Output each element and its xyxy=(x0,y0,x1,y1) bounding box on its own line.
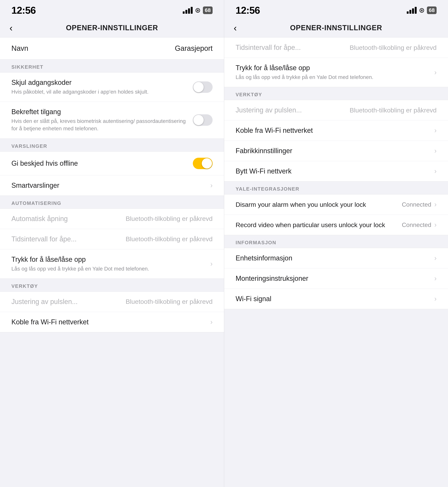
list-item-koble-fra-r[interactable]: Koble fra Wi-Fi nettverket › xyxy=(224,121,448,141)
list-item-gi-beskjed[interactable]: Gi beskjed hvis offline xyxy=(0,152,224,175)
section-header-auto: AUTOMATISERING xyxy=(0,196,224,209)
status-icons-right: ⊛ 68 xyxy=(407,6,437,14)
item-subtitle-skjul: Hvis påkoblet, vil alle adgangskoder i a… xyxy=(11,88,193,96)
item-title-fabrikk: Fabrikkinnstillinger xyxy=(236,147,434,155)
item-subtitle-trykk-l: Lås og lås opp ved å trykke på en Yale D… xyxy=(11,265,210,272)
name-label: Navn xyxy=(11,44,28,52)
list-item-montering[interactable]: Monteringsinstruksjoner › xyxy=(224,268,448,289)
chevron-smartvarslinger: › xyxy=(210,181,213,189)
list-item-fabrikk[interactable]: Fabrikkinnstillinger › xyxy=(224,141,448,161)
list-item-trykk-top[interactable]: Trykk for å låse/låse opp Lås og lås opp… xyxy=(224,58,448,87)
list-item-wifi-signal[interactable]: Wi-Fi signal › xyxy=(224,289,448,309)
time-left: 12:56 xyxy=(11,5,36,16)
section-header-info: INFORMASJON xyxy=(224,235,448,248)
chevron-bytt-wifi: › xyxy=(434,167,437,175)
item-title-auto-apning: Automatisk åpning xyxy=(11,215,126,223)
item-subtitle-bekreftet: Hvis den er slått på, kreves biometrisk … xyxy=(11,117,193,132)
item-title-koble-r: Koble fra Wi-Fi nettverket xyxy=(236,127,434,135)
back-button-right[interactable]: ‹ xyxy=(234,23,237,33)
scroll-content-left[interactable]: Navn Garasjeport SIKKERHET Skjul adgangs… xyxy=(0,37,224,487)
automatisering-group: Automatisk åpning Bluetooth-tilkobling e… xyxy=(0,209,224,279)
section-header-varslinger: VARSLINGER xyxy=(0,139,224,151)
section-header-verktoy-r: VERKTØY xyxy=(224,87,448,100)
connected-badge-record: Connected xyxy=(402,221,431,228)
list-item-justering-r: Justering av pulslen... Bluetooth-tilkob… xyxy=(224,100,448,121)
item-value-justering-r: Bluetooth-tilkobling er påkrevd xyxy=(350,106,437,114)
item-value-tidsintervall-top: Bluetooth-tilkobling er påkrevd xyxy=(350,44,437,51)
chevron-koble-r: › xyxy=(434,127,437,135)
list-item-enhet[interactable]: Enhetsinformasjon › xyxy=(224,248,448,268)
battery-right: 68 xyxy=(427,7,437,14)
left-panel: 12:56 ⊛ 68 ‹ OPENER-INNSTILLINGER Navn G… xyxy=(0,0,224,487)
item-title-wifi-signal: Wi-Fi signal xyxy=(236,295,434,303)
item-title-tidsintervall-l: Tidsintervall for åpe... xyxy=(11,235,126,243)
item-title-smartvarslinger: Smartvarslinger xyxy=(11,181,210,189)
chevron-disarm: › xyxy=(434,201,437,209)
verktoy-group-r: Justering av pulslen... Bluetooth-tilkob… xyxy=(224,100,448,181)
item-title-koble-l: Koble fra Wi-Fi nettverket xyxy=(11,318,210,326)
wifi-icon-left: ⊛ xyxy=(195,6,201,14)
chevron-koble-l: › xyxy=(210,318,213,326)
varslinger-group: Gi beskjed hvis offline Smartvarslinger … xyxy=(0,151,224,196)
item-title-enhet: Enhetsinformasjon xyxy=(236,254,434,262)
status-icons-left: ⊛ 68 xyxy=(183,6,213,14)
chevron-montering: › xyxy=(434,275,437,283)
section-header-yale: YALE-INTEGRASJONER xyxy=(224,181,448,194)
item-title-justering-r: Justering av pulslen... xyxy=(236,106,350,114)
item-title-trykk-top: Trykk for å låse/låse opp xyxy=(236,64,434,72)
section-header-verktoy-l: VERKTØY xyxy=(0,279,224,292)
chevron-enhet: › xyxy=(434,254,437,262)
list-item-smartvarslinger[interactable]: Smartvarslinger › xyxy=(0,175,224,195)
item-title-tidsintervall-top: Tidsintervall for åpe... xyxy=(236,44,350,52)
toggle-bekreftet[interactable] xyxy=(193,114,213,126)
list-item-record[interactable]: Record video when particular users unloc… xyxy=(224,215,448,235)
chevron-trykk-top: › xyxy=(434,68,437,76)
toggle-gi-beskjed[interactable] xyxy=(193,158,213,169)
item-title-bytt-wifi: Bytt Wi-Fi nettverk xyxy=(236,167,434,175)
list-item-bekreftet[interactable]: Bekreftet tilgang Hvis den er slått på, … xyxy=(0,102,224,138)
name-value: Garasjeport xyxy=(175,44,213,52)
scroll-content-right[interactable]: Tidsintervall for åpe... Bluetooth-tilko… xyxy=(224,37,448,487)
list-item-auto-apning: Automatisk åpning Bluetooth-tilkobling e… xyxy=(0,209,224,229)
list-item-tidsintervall-l: Tidsintervall for åpe... Bluetooth-tilko… xyxy=(0,229,224,249)
list-item-trykk-lase-l[interactable]: Trykk for å låse/låse opp Lås og lås opp… xyxy=(0,249,224,278)
sikkerhet-group: Skjul adgangskoder Hvis påkoblet, vil al… xyxy=(0,72,224,139)
list-item-koble-fra-l[interactable]: Koble fra Wi-Fi nettverket › xyxy=(0,312,224,332)
item-title-montering: Monteringsinstruksjoner xyxy=(236,275,434,283)
toggle-knob-bekreftet xyxy=(193,115,204,125)
item-title-gi-beskjed: Gi beskjed hvis offline xyxy=(11,159,193,167)
verktoy-group-l: Justering av pulslen... Bluetooth-tilkob… xyxy=(0,292,224,332)
page-title-right: OPENER-INNSTILLINGER xyxy=(290,24,382,32)
list-item-disarm[interactable]: Disarm your alarm when you unlock your l… xyxy=(224,195,448,215)
name-row: Navn Garasjeport xyxy=(0,37,224,60)
item-value-auto-apning: Bluetooth-tilkobling er påkrevd xyxy=(126,215,213,222)
item-subtitle-trykk-top: Lås og lås opp ved å trykke på en Yale D… xyxy=(236,73,434,81)
status-bar-right: 12:56 ⊛ 68 xyxy=(224,0,448,18)
signal-icon-left xyxy=(183,7,193,14)
list-item-bytt-wifi[interactable]: Bytt Wi-Fi nettverk › xyxy=(224,161,448,181)
connected-badge-disarm: Connected xyxy=(402,201,431,208)
page-title-left: OPENER-INNSTILLINGER xyxy=(66,24,158,32)
toggle-knob-gi-beskjed xyxy=(202,158,212,169)
item-title-trykk-l: Trykk for å låse/låse opp xyxy=(11,255,210,263)
section-header-sikkerhet: SIKKERHET xyxy=(0,60,224,72)
informasjon-group: Enhetsinformasjon › Monteringsinstruksjo… xyxy=(224,248,448,309)
chevron-wifi-signal: › xyxy=(434,295,437,303)
nav-header-right: ‹ OPENER-INNSTILLINGER xyxy=(224,18,448,37)
nav-header-left: ‹ OPENER-INNSTILLINGER xyxy=(0,18,224,37)
chevron-record: › xyxy=(434,221,437,229)
time-right: 12:56 xyxy=(236,5,260,16)
chevron-trykk-l: › xyxy=(210,260,213,268)
item-title-justering-l: Justering av pulslen... xyxy=(11,298,126,306)
chevron-fabrikk: › xyxy=(434,147,437,155)
toggle-skjul[interactable] xyxy=(193,81,213,93)
list-item-skjul-adgangskoder[interactable]: Skjul adgangskoder Hvis påkoblet, vil al… xyxy=(0,73,224,102)
top-scroll-group: Tidsintervall for åpe... Bluetooth-tilko… xyxy=(224,37,448,87)
item-title-bekreftet: Bekreftet tilgang xyxy=(11,108,193,116)
item-value-justering-l: Bluetooth-tilkobling er påkrevd xyxy=(126,298,213,305)
item-title-disarm: Disarm your alarm when you unlock your l… xyxy=(236,201,402,208)
back-button-left[interactable]: ‹ xyxy=(9,23,13,33)
item-value-tidsintervall-l: Bluetooth-tilkobling er påkrevd xyxy=(126,235,213,243)
right-panel: 12:56 ⊛ 68 ‹ OPENER-INNSTILLINGER Tidsin xyxy=(224,0,448,487)
item-title-record: Record video when particular users unloc… xyxy=(236,221,402,229)
